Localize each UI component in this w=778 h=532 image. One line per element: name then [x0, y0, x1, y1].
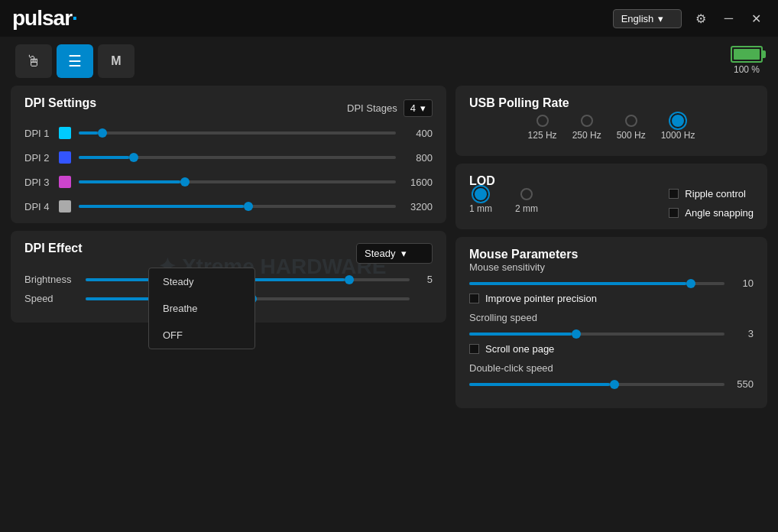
lod-checkboxes: Ripple control Angle snapping [669, 188, 754, 219]
lod-row: 1 mm 2 mm Ripple control Angle snapping [469, 188, 754, 219]
radio-2mm[interactable] [520, 188, 533, 200]
dpi-row-3: DPI 3 1600 [24, 176, 433, 188]
dpi-stages-select[interactable]: 4 ▾ [404, 99, 433, 117]
effect-dropdown-value: Steady [365, 248, 395, 259]
scrolling-slider[interactable] [469, 332, 725, 336]
titlebar: pulsar· English ▾ ⚙ ─ ✕ [0, 0, 778, 37]
effect-dropdown-menu: Steady Breathe OFF [148, 268, 255, 349]
scrolling-section: Scrolling speed 3 Scroll one page [469, 312, 754, 355]
lod-2mm[interactable]: 2 mm [515, 188, 538, 214]
scrolling-label: Scrolling speed [469, 312, 754, 323]
dpi-1-slider[interactable] [79, 131, 396, 135]
dpi-4-color[interactable] [59, 200, 71, 212]
mouse-params-card: Mouse Parameters Mouse sensitivity 10 Im… [455, 237, 767, 408]
settings-button[interactable]: ⚙ [691, 8, 711, 29]
scroll-one-page-checkbox[interactable] [469, 344, 479, 354]
lod-1mm[interactable]: 1 mm [469, 188, 492, 214]
polling-250-label: 250 Hz [572, 130, 601, 141]
dpi-4-slider[interactable] [79, 205, 396, 208]
dpi-effect-title: DPI Effect [24, 242, 83, 255]
ripple-control-checkbox[interactable] [669, 189, 679, 199]
brightness-label: Brightness [24, 274, 78, 285]
effect-dropdown[interactable]: Steady ▾ [356, 243, 433, 264]
dpi-3-color[interactable] [59, 176, 71, 188]
dpi-row-4: DPI 4 3200 [24, 200, 433, 212]
titlebar-controls: English ▾ ⚙ ─ ✕ [613, 8, 766, 29]
double-click-slider[interactable] [469, 383, 725, 386]
battery-icon [731, 46, 763, 63]
polling-options: 125 Hz 250 Hz 500 Hz 1000 Hz [469, 110, 754, 145]
battery-percent: 100 % [734, 64, 760, 75]
nav-tabs: 🖱 ☰ M [0, 37, 778, 86]
ripple-control-row: Ripple control [669, 188, 754, 200]
polling-500-label: 500 Hz [617, 130, 646, 141]
radio-1mm[interactable] [475, 188, 487, 200]
polling-1000-label: 1000 Hz [661, 130, 695, 141]
right-panel: USB Polling Rate 125 Hz 250 Hz 500 Hz 10… [455, 86, 767, 518]
radio-1000[interactable] [672, 115, 684, 127]
dpi-settings-card: DPI Settings DPI Stages 4 ▾ DPI 1 400 [11, 86, 446, 223]
dpi-row-2: DPI 2 800 [24, 151, 433, 164]
dpi-effect-header: DPI Effect Steady ▾ [24, 242, 433, 264]
effect-option-off[interactable]: OFF [149, 322, 254, 349]
logo-accent: · [72, 6, 77, 30]
scrolling-value: 3 [731, 328, 754, 339]
polling-125[interactable]: 125 Hz [528, 115, 557, 141]
dpi-3-value: 1600 [404, 177, 433, 188]
battery-indicator: 100 % [731, 46, 763, 75]
polling-250[interactable]: 250 Hz [572, 115, 601, 141]
dpi-1-value: 400 [404, 128, 433, 139]
chevron-down-icon: ▾ [658, 13, 663, 24]
sensitivity-section: Mouse sensitivity 10 Improve pointer pre… [469, 261, 754, 304]
app-logo: pulsar· [12, 6, 77, 31]
dpi-1-label: DPI 1 [24, 128, 51, 139]
lod-1mm-label: 1 mm [469, 203, 492, 214]
tab-macro[interactable]: M [98, 44, 135, 78]
ripple-control-label: Ripple control [685, 188, 746, 200]
sensitivity-slider-row: 10 [469, 277, 754, 289]
tab-mouse[interactable]: 🖱 [15, 44, 52, 78]
angle-snapping-row: Angle snapping [669, 207, 754, 219]
sensitivity-slider[interactable] [469, 282, 725, 285]
dpi-3-slider[interactable] [79, 180, 396, 183]
usb-polling-card: USB Polling Rate 125 Hz 250 Hz 500 Hz 10… [455, 86, 767, 156]
polling-125-label: 125 Hz [528, 130, 557, 141]
dpi-1-color[interactable] [59, 127, 71, 139]
close-button[interactable]: ✕ [747, 8, 766, 29]
lod-2mm-label: 2 mm [515, 203, 538, 214]
dpi-2-value: 800 [404, 152, 433, 164]
dpi-2-slider[interactable] [79, 156, 396, 159]
sensitivity-label: Mouse sensitivity [469, 261, 754, 273]
tab-settings[interactable]: ☰ [57, 44, 93, 78]
lod-title: LOD [469, 174, 495, 187]
angle-snapping-checkbox[interactable] [669, 208, 679, 218]
mouse-params-title: Mouse Parameters [469, 248, 578, 261]
scroll-one-page-label: Scroll one page [485, 343, 554, 355]
improve-precision-label: Improve pointer precision [485, 293, 597, 304]
lod-options: 1 mm 2 mm [469, 188, 538, 214]
speed-label: Speed [24, 293, 78, 304]
radio-125[interactable] [536, 115, 549, 127]
dpi-4-value: 3200 [404, 201, 433, 212]
polling-500[interactable]: 500 Hz [617, 115, 646, 141]
radio-500[interactable] [625, 115, 637, 127]
scroll-one-page-row: Scroll one page [469, 343, 754, 355]
dpi-settings-header: DPI Settings DPI Stages 4 ▾ [24, 96, 433, 119]
double-click-section: Double-click speed 550 [469, 362, 754, 390]
minimize-button[interactable]: ─ [720, 8, 737, 28]
dpi-row-1: DPI 1 400 [24, 127, 433, 139]
usb-polling-title: USB Polling Rate [469, 96, 569, 109]
dpi-effect-card: DPI Effect Steady ▾ Steady Breathe OFF B… [11, 231, 446, 323]
scrolling-slider-row: 3 [469, 328, 754, 339]
dpi-settings-title: DPI Settings [24, 96, 96, 110]
dpi-3-label: DPI 3 [24, 177, 51, 188]
polling-1000[interactable]: 1000 Hz [661, 115, 695, 141]
dpi-2-color[interactable] [59, 151, 71, 164]
effect-option-steady[interactable]: Steady [149, 268, 254, 295]
improve-precision-checkbox[interactable] [469, 294, 479, 303]
angle-snapping-label: Angle snapping [685, 207, 754, 219]
sensitivity-value: 10 [731, 277, 754, 289]
language-selector[interactable]: English ▾ [613, 9, 682, 28]
radio-250[interactable] [581, 115, 593, 127]
effect-option-breathe[interactable]: Breathe [149, 295, 254, 322]
